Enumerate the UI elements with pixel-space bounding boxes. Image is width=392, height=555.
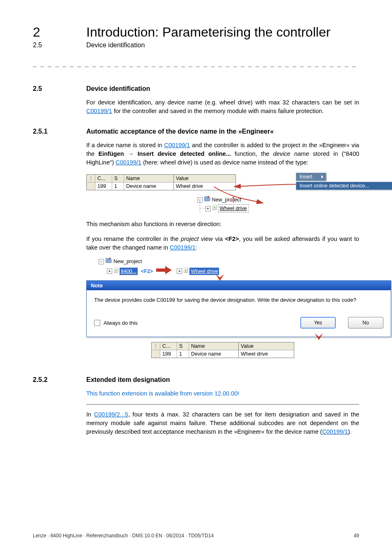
param-value-grid: Value Wheel drive: [238, 342, 294, 358]
col-s: S: [177, 342, 189, 350]
chapter-heading: 2 Introduction: Parameterising the contr…: [33, 25, 359, 40]
tree-label-selected: 8400...: [120, 268, 138, 275]
link-c00199-1[interactable]: C00199/1: [322, 428, 348, 435]
col-value: Value: [174, 175, 235, 182]
project-tree: − New_project + 8400... <F2> + Wheel dri…: [99, 258, 359, 276]
cell-label: Device name: [124, 182, 173, 190]
checkbox-icon[interactable]: [94, 320, 100, 326]
figure-rename: − New_project + 8400... <F2> + Wheel dri…: [86, 258, 359, 358]
folder-icon: [204, 196, 210, 204]
text: In: [86, 411, 94, 418]
grip-icon: [87, 182, 95, 190]
cell-label: Device name: [189, 350, 238, 358]
text: If a device name is stored in: [86, 142, 164, 148]
cell-sub: 1: [177, 350, 189, 358]
col-value: Value: [239, 342, 294, 350]
text: function, the: [231, 150, 273, 157]
context-menu: Insert Insert online detected device...: [296, 173, 392, 191]
text-italic: device name: [273, 150, 309, 157]
tree-node-8400[interactable]: + 8400... <F2> + Wheel drive: [107, 266, 359, 276]
cell-sub: 1: [112, 182, 124, 190]
yes-button[interactable]: Yes: [300, 317, 336, 328]
section-subheading: 2.5 Device identification: [33, 42, 359, 49]
para-reverse-a: This mechanism also functions in reverse…: [86, 220, 359, 229]
checkbox-label: Always do this: [104, 320, 138, 326]
collapse-icon[interactable]: −: [99, 259, 104, 264]
tree-node-project[interactable]: − New_project: [197, 196, 249, 204]
device-icon: [114, 268, 118, 275]
tree-node-device[interactable]: + Wheel drive: [205, 204, 249, 213]
expand-icon[interactable]: +: [205, 206, 211, 211]
col-c: C...: [95, 175, 112, 182]
heading-num: 2.5.1: [33, 128, 86, 135]
link-c00199-1[interactable]: C00199/1: [170, 244, 196, 251]
heading-2-5: 2.5 Device identification: [33, 85, 359, 92]
cell-value: Wheel drive: [174, 182, 235, 190]
link-c00199-2-5[interactable]: C00199/2...5: [94, 411, 128, 418]
page-footer: Lenze · 8400 HighLine · Referenzhandbuch…: [33, 533, 359, 539]
divider: [86, 404, 359, 405]
button-label: Yes: [314, 320, 322, 326]
section-title: Device identification: [86, 42, 145, 49]
always-do-this-checkbox[interactable]: Always do this: [94, 320, 138, 326]
button-label: No: [362, 320, 369, 326]
text: If you rename the controller in the: [86, 236, 181, 242]
table-row: 199 1 Device name: [87, 182, 173, 190]
tree-label-selected: Wheel drive: [218, 204, 249, 213]
arrow-right-icon: [156, 266, 173, 276]
param-value-grid: Value Wheel drive: [173, 174, 236, 190]
table-row: Wheel drive: [174, 182, 235, 190]
tree-node-project[interactable]: − New_project: [99, 258, 359, 265]
heading-num: 2.5.2: [33, 376, 86, 384]
menu-item-insert-online-detected[interactable]: Insert online detected device...: [296, 182, 392, 190]
page-number: 49: [354, 533, 359, 539]
menu-item-insert[interactable]: Insert: [296, 173, 326, 181]
text-bold: Insert device detected online...: [138, 150, 231, 157]
no-button[interactable]: No: [348, 317, 383, 328]
tree-label: New_project: [212, 196, 242, 204]
chapter-number: 2: [33, 25, 86, 40]
section-number: 2.5: [33, 42, 86, 49]
param-grid: C... S Name 199 1 Device name: [86, 174, 174, 190]
text: ).: [348, 428, 352, 435]
link-c00199-1[interactable]: C00199/1: [86, 108, 112, 114]
text: For device identification, any device na…: [86, 99, 359, 106]
table-header-row: Value: [174, 175, 235, 182]
text-bold: <F2>: [225, 236, 239, 242]
grip-icon: [152, 342, 160, 350]
heading-num: 2.5: [33, 85, 86, 92]
footer-left: Lenze · 8400 HighLine · Referenzhandbuch…: [33, 533, 214, 539]
arrow-icon: →: [124, 150, 138, 157]
expand-icon[interactable]: +: [177, 268, 182, 274]
folder-icon: [106, 258, 112, 265]
menu-label: Insert: [300, 174, 312, 180]
table-row: 199 1 Device name: [152, 350, 238, 358]
para-reverse-b: If you rename the controller in the proj…: [86, 235, 359, 252]
text: :: [196, 244, 197, 251]
heading-title: Automatic acceptance of the device name …: [86, 128, 274, 135]
heading-title: Device identification: [86, 85, 150, 92]
cell-code: 199: [160, 350, 177, 358]
note-dialog: Note The device provides code C00199 for…: [86, 280, 391, 337]
arrow-down-icon: [214, 268, 226, 282]
text: (here: wheel drive) is used as device na…: [141, 159, 308, 166]
device-icon: [184, 268, 188, 275]
expand-icon[interactable]: +: [107, 268, 112, 274]
dialog-title: Note: [87, 281, 391, 290]
table-header-row: C... S Name: [87, 175, 173, 182]
link-c00199-1[interactable]: C00199/1: [164, 142, 190, 148]
key-f2-label: <F2>: [141, 268, 153, 275]
para-2-5: For device identification, any device na…: [86, 98, 359, 116]
para-2-5-1-a: If a device name is stored in C00199/1 a…: [86, 141, 359, 167]
grip-icon: [87, 175, 95, 182]
param-grid: C... S Name 199 1 Device name: [151, 342, 239, 358]
link-c00199-1[interactable]: C00199/1: [115, 159, 141, 166]
cell-code: 199: [95, 182, 112, 190]
arrow-down-icon: [313, 328, 325, 344]
cell-value: Wheel drive: [239, 350, 294, 358]
project-tree: − New_project + Wheel drive: [197, 196, 249, 213]
submenu-arrow-icon: [321, 175, 323, 178]
separator-dashes: _ _ _ _ _ _ _ _ _ _ _ _ _ _ _ _ _ _ _ _ …: [33, 60, 359, 67]
heading-2-5-1: 2.5.1 Automatic acceptance of the device…: [33, 128, 359, 135]
col-name: Name: [124, 175, 173, 182]
